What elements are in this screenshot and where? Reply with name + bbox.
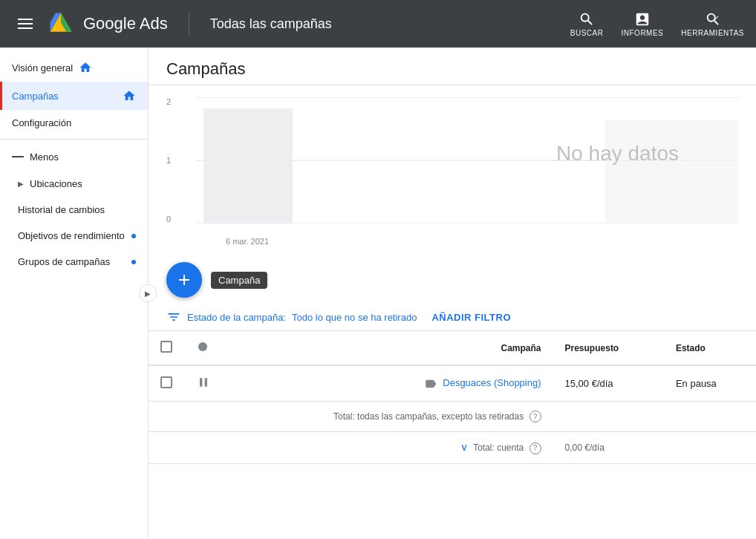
svg-rect-6	[203, 108, 293, 223]
filter-label: Estado de la campaña:	[187, 312, 286, 323]
sidebar-item-campanas[interactable]: Campañas	[0, 82, 148, 110]
svg-rect-7	[605, 120, 738, 223]
total-cuenta-status	[664, 432, 756, 464]
filter-bar: Estado de la campaña: Todo lo que no se …	[149, 304, 756, 331]
header-icons: BUSCAR INFORMES HERRAMIENTAS	[570, 11, 744, 37]
total-help-icon[interactable]: ?	[529, 411, 541, 422]
main-content: Campañas 2 1 0 6 mar. 202	[149, 48, 756, 539]
campaigns-table: Campaña Presupuesto Estado	[149, 331, 756, 464]
sidebar-label-grupos: Grupos de campañas	[18, 256, 110, 267]
row-checkbox[interactable]	[160, 376, 172, 388]
shopping-icon	[424, 377, 437, 391]
sidebar-label-vision-general: Visión general	[12, 62, 73, 74]
total-cuenta-help-icon[interactable]: ?	[529, 442, 541, 454]
plus-icon	[175, 271, 193, 289]
header-page-title: Todas las campañas	[210, 16, 332, 32]
app-name: Google Ads	[83, 14, 168, 33]
sidebar-item-objetivos[interactable]: Objetivos de rendimiento	[0, 223, 148, 249]
buscar-button[interactable]: BUSCAR	[570, 11, 604, 37]
table-total-cuenta-row: ∨ Total: cuenta ? 0,00 €/día	[149, 432, 756, 464]
herramientas-button[interactable]: HERRAMIENTAS	[681, 11, 744, 37]
informes-button[interactable]: INFORMES	[622, 11, 664, 37]
header-left: Google Ads Todas las campañas	[12, 10, 332, 37]
svg-point-8	[198, 342, 207, 351]
header-status[interactable]: Estado	[664, 331, 756, 365]
table-total-row: Total: todas las campañas, excepto las r…	[149, 402, 756, 432]
home-icon-campanas	[123, 89, 136, 102]
campaigns-table-container: Campaña Presupuesto Estado	[149, 331, 756, 464]
chart-svg: 6 mar. 2021 No hay datos	[196, 97, 738, 231]
header-campaign[interactable]: Campaña	[223, 331, 553, 365]
campaign-name-link[interactable]: Desguaces (Shopping)	[443, 377, 541, 388]
chart-y-labels: 2 1 0	[166, 97, 171, 223]
filter-value[interactable]: Todo lo que no se ha retirado	[292, 312, 417, 323]
sidebar-label-objetivos: Objetivos de rendimiento	[18, 230, 125, 241]
total-text: Total: todas las campañas, excepto las r…	[333, 411, 524, 422]
total-budget	[553, 402, 664, 432]
header-checkbox-cell	[149, 331, 184, 365]
informes-icon	[634, 11, 651, 27]
herramientas-icon	[705, 11, 721, 27]
row-budget: 15,00 €/día	[553, 365, 664, 402]
dot-objetivos	[131, 234, 136, 238]
filter-icon	[166, 310, 181, 324]
hamburger-menu[interactable]	[12, 13, 39, 35]
sidebar-section-menos: — Menos	[0, 143, 148, 171]
sidebar-item-vision-general[interactable]: Visión general	[0, 53, 148, 82]
home-icon-vision	[79, 61, 92, 74]
sidebar-label-ubicaciones: Ubicaciones	[30, 178, 82, 189]
no-data-label: No hay datos	[556, 142, 679, 166]
sidebar-collapse-button[interactable]: ▶	[139, 284, 157, 302]
sidebar-item-grupos[interactable]: Grupos de campañas	[0, 249, 148, 275]
page-header: Campañas	[149, 48, 756, 85]
row-checkbox-cell	[149, 365, 184, 402]
total-cuenta-budget: 0,00 €/día	[553, 432, 664, 464]
total-cuenta-text: Total: cuenta	[473, 442, 524, 453]
google-ads-logo-icon	[48, 10, 74, 37]
total-label: Total: todas las campañas, excepto las r…	[223, 402, 553, 432]
herramientas-label: HERRAMIENTAS	[681, 29, 744, 37]
row-status-icon-cell	[184, 365, 223, 402]
header-divider	[189, 12, 189, 36]
main-layout: Visión general Campañas Configuración — …	[0, 48, 756, 539]
table-row: Desguaces (Shopping) 15,00 €/día En paus…	[149, 365, 756, 402]
sidebar-item-ubicaciones[interactable]: ▶ Ubicaciones	[0, 171, 148, 197]
sidebar: Visión general Campañas Configuración — …	[0, 48, 149, 539]
sidebar-label-configuracion: Configuración	[12, 117, 71, 128]
chart-area: 2 1 0 6 mar. 2021 No hay datos	[149, 85, 756, 256]
table-header-row: Campaña Presupuesto Estado	[149, 331, 756, 365]
sidebar-item-configuracion[interactable]: Configuración	[0, 110, 148, 136]
y-label-2: 2	[166, 97, 171, 106]
header-status-cell	[184, 331, 223, 365]
total-cuenta-label: ∨ Total: cuenta ?	[223, 432, 553, 464]
y-label-1: 1	[166, 156, 171, 165]
buscar-label: BUSCAR	[570, 29, 604, 37]
add-campaign-button[interactable]	[166, 262, 202, 298]
header-budget[interactable]: Presupuesto	[553, 331, 664, 365]
informes-label: INFORMES	[622, 29, 664, 37]
minus-icon: —	[12, 150, 24, 163]
expand-icon[interactable]: ∨	[460, 441, 468, 453]
dot-grupos	[131, 260, 136, 264]
section-label-menos: Menos	[30, 151, 59, 163]
page-title: Campañas	[166, 59, 738, 79]
row-status: En pausa	[664, 365, 756, 402]
fab-tooltip: Campaña	[211, 272, 267, 289]
fab-container: Campaña	[149, 256, 756, 304]
sidebar-label-campanas: Campañas	[12, 91, 59, 102]
add-filter-button[interactable]: AÑADIR FILTRO	[431, 312, 511, 323]
row-campaign-name: Desguaces (Shopping)	[223, 365, 553, 402]
y-label-0: 0	[166, 215, 171, 223]
app-header: Google Ads Todas las campañas BUSCAR INF…	[0, 0, 756, 48]
x-axis-label: 6 mar. 2021	[226, 237, 269, 246]
search-icon	[579, 11, 595, 27]
status-circle-icon	[196, 340, 209, 353]
pause-icon	[196, 375, 211, 390]
select-all-checkbox[interactable]	[160, 341, 172, 353]
sidebar-item-historial[interactable]: Historial de cambios	[0, 197, 148, 223]
sidebar-label-historial: Historial de cambios	[18, 204, 105, 215]
triangle-icon: ▶	[18, 180, 24, 188]
total-status	[664, 402, 756, 432]
